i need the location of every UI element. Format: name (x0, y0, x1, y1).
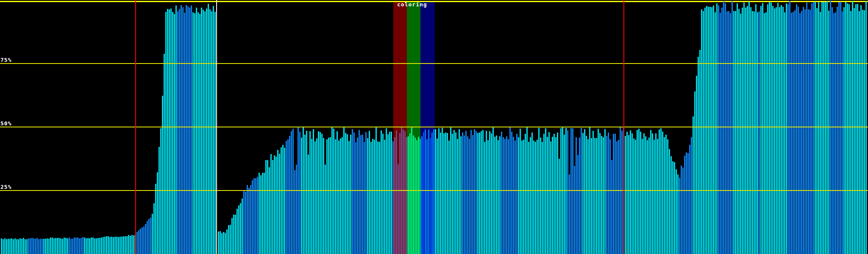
bar (752, 11, 753, 254)
bar (698, 57, 699, 254)
bar (123, 236, 124, 254)
bar (87, 238, 89, 254)
bar (214, 12, 216, 254)
bar (265, 160, 267, 254)
bar (204, 11, 206, 254)
bar (103, 237, 104, 254)
bar (647, 140, 648, 254)
bar (579, 138, 580, 254)
bar (164, 54, 165, 254)
bar (543, 134, 545, 254)
bar (733, 11, 734, 254)
bar (1, 238, 2, 254)
bar (326, 139, 328, 254)
bar (8, 239, 9, 254)
bar (70, 239, 72, 254)
bar (435, 129, 436, 254)
bar (25, 239, 26, 254)
bar (28, 238, 29, 254)
bar (511, 132, 512, 254)
bar (31, 238, 33, 254)
bar (367, 138, 368, 254)
bar (23, 238, 24, 254)
bar (513, 137, 514, 254)
bar (608, 133, 609, 254)
bar (740, 14, 741, 254)
bar (628, 135, 629, 254)
bar (633, 138, 634, 254)
bar (245, 192, 246, 254)
bar (240, 203, 241, 254)
bar (316, 138, 317, 254)
bar (481, 131, 482, 254)
bar (843, 7, 845, 254)
bar (823, 2, 824, 254)
bar (448, 141, 450, 254)
bar (94, 238, 95, 254)
bar (152, 214, 153, 254)
bar (584, 129, 585, 254)
bar (147, 221, 148, 254)
bar (328, 138, 329, 254)
bar (808, 9, 809, 254)
bar (682, 168, 684, 254)
bar (250, 185, 251, 254)
bar (515, 141, 516, 254)
bar (370, 142, 372, 254)
bar (279, 154, 280, 254)
bar (548, 132, 550, 254)
bar (213, 6, 214, 254)
bar (382, 134, 384, 254)
bar (106, 236, 107, 254)
bar (189, 8, 190, 254)
bar (318, 131, 319, 254)
bar (196, 8, 197, 254)
bar (674, 162, 675, 254)
bar (840, 2, 841, 254)
bar (545, 128, 546, 254)
bar (818, 2, 819, 254)
bar (362, 135, 363, 254)
bar (801, 11, 802, 254)
bar (555, 137, 556, 254)
bar (36, 238, 38, 254)
bar (6, 239, 7, 254)
bar (520, 129, 521, 254)
bar (294, 170, 295, 254)
bar (236, 209, 238, 254)
bar (262, 173, 263, 254)
bar (581, 128, 582, 254)
bar (621, 131, 623, 254)
bar (440, 133, 441, 254)
axis-label-50: 50% (0, 120, 11, 127)
axis-label-25: 25% (0, 184, 11, 190)
bar (798, 7, 799, 254)
bar (187, 6, 189, 254)
bar (274, 155, 275, 254)
bar (53, 238, 55, 254)
bar (696, 76, 697, 254)
bar (165, 12, 167, 254)
bar (109, 237, 111, 254)
bar (292, 129, 294, 254)
bar (437, 138, 438, 254)
bar (706, 6, 707, 254)
bar (330, 137, 331, 254)
bar (832, 7, 833, 254)
bar (865, 1, 867, 254)
axis-label-75: 75% (0, 57, 11, 63)
bar (391, 132, 392, 254)
bar (574, 166, 575, 254)
bar (359, 130, 360, 254)
bar (184, 13, 185, 254)
bar (569, 174, 570, 254)
bar (723, 1, 724, 254)
bar (594, 138, 595, 254)
bar (445, 133, 446, 254)
bar (813, 2, 814, 254)
bar (257, 177, 258, 254)
bar (864, 10, 865, 254)
bar (670, 156, 672, 254)
bar (489, 131, 490, 254)
bar (379, 142, 380, 254)
